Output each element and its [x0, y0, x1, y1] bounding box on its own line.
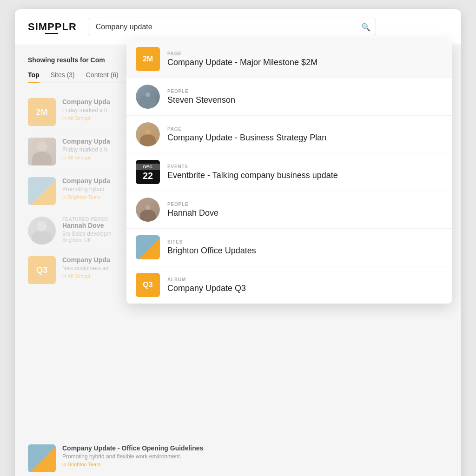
avatar-person1 [136, 85, 160, 109]
result-desc: Promoting hybrid and flexible work envir… [62, 453, 248, 460]
dropdown-category: PEOPLE [167, 202, 443, 207]
dropdown-title: Hannah Dove [167, 208, 443, 218]
dropdown-title: Eventbrite - Talking company business up… [167, 171, 443, 180]
main-content: Showing results for Com Top Sites (3) Co… [15, 45, 461, 476]
result-thumbnail [28, 177, 56, 205]
event-day: 22 [143, 171, 153, 180]
avatar-person2 [136, 122, 160, 146]
dropdown-text: PAGE Company Update - Business Strategy … [167, 126, 443, 143]
result-thumbnail: Q3 [28, 256, 56, 284]
header: SIMPPLR 🔍 [15, 9, 461, 45]
search-dropdown: 2M PAGE Company Update - Major Milestone… [126, 40, 452, 304]
dropdown-icon-event: DEC 22 [136, 160, 160, 184]
result-thumbnail [28, 138, 56, 165]
dropdown-icon-person2 [136, 122, 160, 146]
dropdown-text: PEOPLE Steven Stevenson [167, 89, 443, 105]
dropdown-item-6[interactable]: SITES Brighton Office Updates [126, 229, 452, 266]
dropdown-item-1[interactable]: 2M PAGE Company Update - Major Milestone… [126, 40, 452, 78]
dropdown-icon-person1 [136, 85, 160, 109]
dropdown-text: PAGE Company Update - Major Milestone $2… [167, 51, 443, 67]
tab-top[interactable]: Top [28, 71, 40, 82]
dropdown-icon-page-2m: 2M [136, 47, 160, 71]
dropdown-icon-sites [136, 235, 160, 259]
dropdown-item-5[interactable]: PEOPLE Hannah Dove [126, 191, 452, 229]
dropdown-item-2[interactable]: PEOPLE Steven Stevenson [126, 78, 452, 116]
dropdown-text: SITES Brighton Office Updates [167, 239, 443, 256]
dropdown-title: Company Update - Business Strategy Plan [167, 133, 443, 143]
dropdown-category: EVENTS [167, 164, 443, 169]
avatar-person3 [136, 198, 160, 222]
result-thumbnail: 2M [28, 98, 56, 126]
dropdown-category: PEOPLE [167, 89, 443, 94]
dropdown-title: Company Update - Major Milestone $2M [167, 58, 443, 67]
logo: SIMPPLR [28, 21, 77, 33]
search-input[interactable] [88, 18, 376, 36]
dropdown-category: PAGE [167, 126, 443, 132]
dropdown-category: ALBUM [167, 277, 443, 282]
dropdown-item-7[interactable]: Q3 ALBUM Company Update Q3 [126, 266, 452, 304]
search-bar: 🔍 [88, 18, 376, 36]
dropdown-category: SITES [167, 239, 443, 245]
result-tag: in Brighton Team [62, 462, 448, 467]
dropdown-item-4[interactable]: DEC 22 EVENTS Eventbrite - Talking compa… [126, 153, 452, 191]
dropdown-icon-album-q3: Q3 [136, 273, 160, 297]
dropdown-text: EVENTS Eventbrite - Talking company busi… [167, 164, 443, 180]
result-avatar [28, 217, 56, 245]
sites-thumbnail [136, 235, 160, 259]
tab-content[interactable]: Content (6) [86, 71, 119, 82]
dropdown-icon-person3 [136, 198, 160, 222]
result-thumbnail [28, 444, 56, 472]
result-title: Company Update - Office Opening Guidelin… [62, 444, 248, 452]
results-query: Com [91, 56, 105, 64]
dropdown-title: Brighton Office Updates [167, 246, 443, 256]
search-icon: 🔍 [361, 23, 370, 32]
dropdown-item-3[interactable]: PAGE Company Update - Business Strategy … [126, 116, 452, 153]
app-container: SIMPPLR 🔍 Showing results for Com Top Si… [15, 9, 461, 476]
dropdown-text: PEOPLE Hannah Dove [167, 202, 443, 218]
extra-results: Company Update - Office Opening Guidelin… [28, 439, 448, 476]
dropdown-title: Company Update Q3 [167, 284, 443, 293]
dropdown-category: PAGE [167, 51, 443, 56]
list-item: Company Update - Office Opening Guidelin… [28, 439, 448, 476]
results-prefix: Showing results for [28, 56, 91, 64]
tab-sites[interactable]: Sites (3) [51, 71, 75, 82]
dropdown-text: ALBUM Company Update Q3 [167, 277, 443, 293]
result-info: Company Update - Office Opening Guidelin… [62, 444, 448, 467]
event-month: DEC [136, 164, 160, 170]
dropdown-title: Steven Stevenson [167, 95, 443, 105]
